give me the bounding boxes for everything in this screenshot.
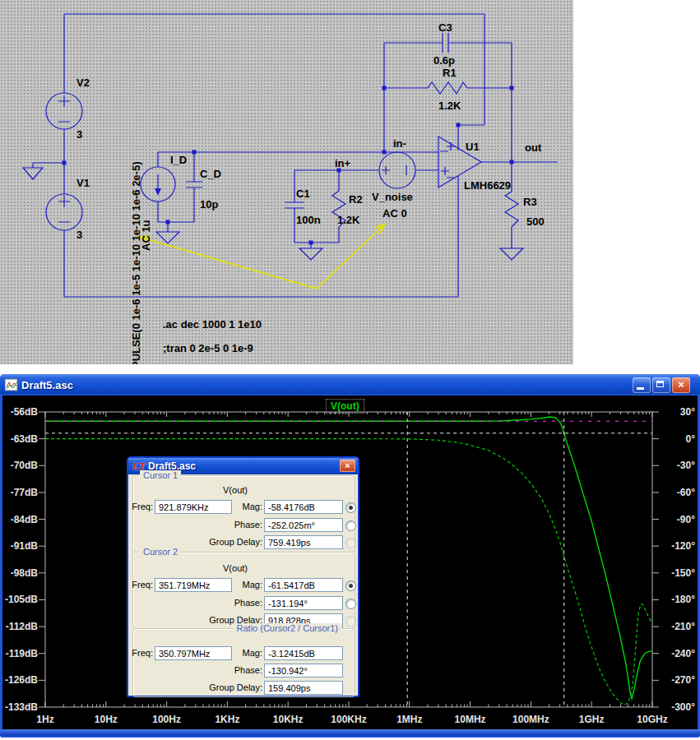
cursor1-mag-label: Mag: bbox=[205, 502, 262, 511]
voltage-source-V1[interactable] bbox=[46, 194, 82, 230]
cursor2-phase-radio[interactable] bbox=[345, 599, 356, 609]
cursor1-legend: Cursor 1 bbox=[140, 470, 181, 480]
cursor2-phase-field[interactable]: -131.194° bbox=[264, 596, 343, 610]
cursor2-mag-radio[interactable] bbox=[345, 580, 356, 591]
ratio-mag-field[interactable]: -3.12415dB bbox=[264, 646, 343, 660]
minimize-button[interactable] bbox=[633, 377, 651, 393]
schematic-label: AC 1u bbox=[140, 220, 152, 251]
close-button[interactable]: × bbox=[672, 377, 690, 393]
cursor2-freq-label: Freq: bbox=[130, 580, 153, 590]
cursor1-freq-label: Freq: bbox=[130, 502, 153, 511]
schematic-label: C3 bbox=[438, 21, 452, 34]
schematic-label: AC 0 bbox=[382, 207, 407, 220]
schematic-label: R2 bbox=[349, 193, 363, 206]
trace-legend[interactable]: V(out) bbox=[326, 399, 364, 414]
schematic-canvas[interactable]: V23V13I_DC_D10pC1100nR21.2Kin+V_noiseAC … bbox=[0, 0, 573, 364]
ratio-phase-field[interactable]: -130.942° bbox=[264, 664, 343, 678]
schematic-label: 100n bbox=[296, 214, 321, 226]
schematic-label: in+ bbox=[335, 157, 351, 169]
schematic-label: C_D bbox=[200, 168, 221, 180]
schematic-label: 3 bbox=[76, 128, 82, 141]
schematic-label: 1.2K bbox=[337, 214, 360, 226]
wires bbox=[33, 14, 558, 297]
schematic-label: 3 bbox=[76, 229, 82, 241]
voltage-source-Vnoise[interactable] bbox=[379, 152, 415, 188]
schematic-label: V2 bbox=[76, 76, 90, 89]
resistor-R1[interactable] bbox=[428, 82, 467, 94]
schematic-label: 0.6p bbox=[433, 54, 455, 67]
cursor-dialog[interactable]: LT Draft5.asc × Cursor 1 V(out) Freq: 92… bbox=[127, 456, 359, 697]
cursor1-phase-label: Phase: bbox=[205, 520, 262, 530]
schematic-label: C1 bbox=[296, 187, 310, 200]
schematic-label: 500 bbox=[526, 215, 545, 228]
voltage-source-V2[interactable] bbox=[46, 93, 82, 129]
cursor1-phase-field[interactable]: -252.025m° bbox=[264, 518, 343, 532]
ratio-freq-label: Freq: bbox=[130, 648, 153, 658]
schematic-label: out bbox=[525, 141, 542, 154]
ratio-gd-label: Group Delay: bbox=[205, 682, 262, 692]
cursor2-mag-field[interactable]: -61.5417dB bbox=[264, 578, 343, 592]
cursor2-mag-label: Mag: bbox=[205, 580, 262, 590]
waveform-app-icon bbox=[5, 378, 18, 391]
schematic-label: R1 bbox=[443, 67, 457, 79]
window-title: Draft5.asc bbox=[21, 379, 73, 391]
cursor1-trace-name: V(out) bbox=[202, 485, 268, 495]
cursor1-phase-radio[interactable] bbox=[345, 520, 356, 531]
schematic-label: I_D bbox=[170, 154, 187, 166]
cursor1-gd-label: Group Delay: bbox=[205, 537, 262, 547]
schematic-label: .ac dec 1000 1 1e10 bbox=[163, 318, 262, 331]
cursor1-mag-field[interactable]: -58.4176dB bbox=[264, 500, 343, 514]
window-bottom-border bbox=[0, 729, 700, 738]
annotation-arrows bbox=[141, 225, 383, 289]
schematic-label: LMH6629 bbox=[464, 179, 511, 192]
schematic-label: in- bbox=[393, 137, 406, 150]
schematic-label: 1.2K bbox=[438, 99, 461, 112]
schematic-label: V1 bbox=[76, 177, 90, 189]
ratio-mag-label: Mag: bbox=[205, 648, 262, 658]
schematic-label: V_noise bbox=[372, 191, 413, 203]
schematic-label: 10p bbox=[200, 198, 218, 210]
cursor1-gd-radio bbox=[345, 538, 356, 548]
waveform-titlebar[interactable]: Draft5.asc × bbox=[0, 374, 700, 395]
current-source-ID[interactable] bbox=[141, 167, 175, 201]
ratio-legend: Ratio (Cursor2 / Cursor1) bbox=[234, 623, 341, 633]
cursor2-phase-label: Phase: bbox=[205, 598, 262, 608]
cursor2-gd-radio bbox=[345, 616, 356, 627]
cursor1-gd-field[interactable]: 759.419ps bbox=[264, 535, 343, 549]
schematic-label: R3 bbox=[523, 196, 537, 208]
schematic-label: U1 bbox=[466, 141, 480, 153]
dialog-close-button[interactable]: × bbox=[340, 460, 355, 472]
schematic-drawing: V23V13I_DC_D10pC1100nR21.2Kin+V_noiseAC … bbox=[0, 0, 573, 364]
ratio-gd-field[interactable]: 159.409ps bbox=[264, 681, 343, 695]
schematic-label: PULSE(0 1e-6 1e-5 1e-10 1e-10 1e-6 2e-5) bbox=[130, 162, 142, 364]
maximize-button[interactable] bbox=[652, 377, 670, 393]
cursor2-legend: Cursor 2 bbox=[140, 547, 181, 557]
resistor-R3[interactable] bbox=[505, 192, 518, 227]
cursor1-mag-radio[interactable] bbox=[345, 502, 356, 513]
schematic-label: ;tran 0 2e-5 0 1e-9 bbox=[163, 342, 253, 354]
ltspice-screen: V23V13I_DC_D10pC1100nR21.2Kin+V_noiseAC … bbox=[0, 0, 700, 740]
cursor2-trace-name: V(out) bbox=[202, 563, 268, 573]
ratio-phase-label: Phase: bbox=[205, 665, 262, 675]
